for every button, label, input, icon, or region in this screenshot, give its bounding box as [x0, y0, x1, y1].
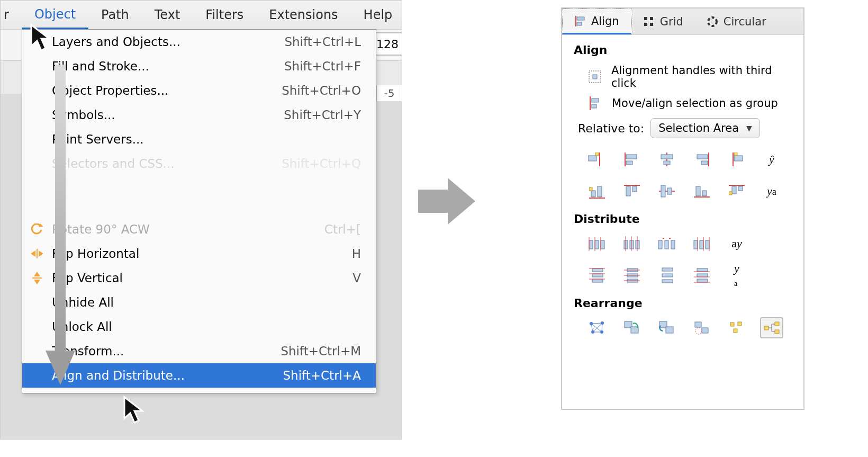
align-right-button[interactable]: [690, 149, 713, 170]
distribute-left-button[interactable]: [585, 233, 609, 254]
svg-rect-96: [697, 279, 708, 282]
svg-rect-73: [694, 240, 698, 249]
left-screenshot: r Object Path Text Filters Extensions He…: [0, 0, 402, 440]
text-anchor-y-button[interactable]: ŷ: [760, 149, 783, 170]
rotate-acw-icon: [22, 223, 52, 235]
svg-rect-111: [730, 322, 734, 326]
tab-align[interactable]: Align: [562, 8, 631, 34]
menu-item-rotate-acw[interactable]: Rotate 90° ACW Ctrl+[: [22, 217, 376, 241]
rearrange-unclump-button[interactable]: [725, 317, 748, 338]
menu-item-align-distribute[interactable]: Align and Distribute... Shift+Ctrl+A: [22, 363, 376, 388]
svg-rect-112: [738, 322, 742, 326]
menu-item-unlock-all[interactable]: Unlock All: [22, 315, 376, 339]
svg-rect-17: [650, 17, 653, 20]
distribute-hgap-button[interactable]: [655, 233, 679, 254]
menubar-item-text[interactable]: Text: [142, 1, 193, 29]
menu-item-object-properties[interactable]: Object Properties... Shift+Ctrl+O: [22, 78, 376, 103]
handles-icon: [587, 69, 602, 84]
text-anchor-ya-button[interactable]: ya: [760, 181, 783, 202]
tab-circular[interactable]: Circular: [695, 8, 778, 34]
svg-rect-43: [589, 187, 592, 191]
option-alignment-handles[interactable]: Alignment handles with third click: [572, 61, 794, 93]
text-distribute-ay-button[interactable]: ay: [725, 233, 748, 254]
distribute-row-1: ay: [572, 230, 794, 262]
svg-rect-95: [697, 274, 708, 277]
rearrange-graph-button[interactable]: [585, 317, 609, 338]
text-distribute-ya-button[interactable]: ya: [725, 265, 748, 286]
ruler-marker: -5: [376, 85, 402, 101]
rearrange-swap-pos-button[interactable]: [655, 317, 679, 338]
rearrange-row: [572, 314, 794, 346]
svg-rect-24: [592, 98, 599, 102]
svg-marker-10: [124, 397, 142, 423]
svg-rect-107: [666, 327, 673, 333]
relative-to-combo[interactable]: Selection Area ▼: [650, 118, 760, 138]
align-hcenter-button[interactable]: [655, 149, 679, 170]
option-label: Move/align selection as group: [612, 97, 778, 110]
rearrange-tree-button[interactable]: [760, 317, 783, 338]
svg-rect-18: [644, 23, 647, 26]
svg-marker-5: [34, 280, 40, 284]
svg-rect-41: [591, 191, 595, 197]
menubar-item-filters[interactable]: Filters: [193, 1, 256, 29]
svg-rect-81: [592, 279, 603, 282]
tab-grid[interactable]: Grid: [631, 8, 695, 34]
tab-label: Circular: [724, 15, 766, 28]
menu-item-flip-vertical[interactable]: Flip Vertical V: [22, 266, 376, 290]
svg-rect-75: [706, 240, 709, 249]
rearrange-swap-z-button[interactable]: [620, 317, 644, 338]
relative-to-label: Relative to:: [578, 122, 644, 135]
svg-rect-11: [418, 190, 448, 213]
svg-rect-39: [734, 156, 743, 161]
chevron-down-icon: ▼: [746, 124, 752, 132]
align-top-out-button[interactable]: [725, 181, 748, 202]
distribute-top-button[interactable]: [585, 265, 609, 286]
menu-item-fill-stroke[interactable]: Fill and Stroke... Shift+Ctrl+F: [22, 54, 376, 78]
option-move-as-group[interactable]: Move/align selection as group: [572, 93, 794, 114]
toolbar-number-field[interactable]: 128: [373, 32, 402, 56]
align-icon-row-1: ŷ: [572, 146, 794, 177]
menu-item-flip-horizontal[interactable]: Flip Horizontal H: [22, 241, 376, 266]
distribute-hcenter-button[interactable]: [620, 233, 644, 254]
menu-item-layers-objects[interactable]: Layers and Objects... Shift+Ctrl+L: [22, 30, 376, 54]
section-title-align: Align: [574, 43, 794, 57]
svg-rect-19: [650, 23, 653, 26]
menu-item-selectors-css[interactable]: Selectors and CSS... Shift+Ctrl+Q: [22, 151, 376, 176]
svg-rect-113: [734, 329, 737, 333]
align-dialog: Align Grid Circular Align: [561, 7, 804, 410]
svg-rect-30: [626, 155, 637, 159]
align-icon-row-2: ya: [572, 177, 794, 209]
distribute-vcenter-button[interactable]: [620, 265, 644, 286]
distribute-right-button[interactable]: [690, 233, 713, 254]
svg-rect-72: [671, 240, 675, 249]
align-bottom-out-button[interactable]: [585, 181, 609, 202]
align-bottom-button[interactable]: [690, 181, 713, 202]
menubar-item-path[interactable]: Path: [88, 1, 142, 29]
align-right-out-button[interactable]: [725, 149, 748, 170]
align-vcenter-button[interactable]: [655, 181, 679, 202]
circular-tab-icon: [707, 16, 718, 28]
dialog-tabbar: Align Grid Circular: [562, 8, 803, 35]
section-title-distribute: Distribute: [574, 212, 794, 226]
svg-rect-109: [702, 328, 708, 333]
align-left-out-button[interactable]: [585, 149, 609, 170]
menubar-item-help[interactable]: Help: [351, 1, 405, 29]
svg-rect-16: [644, 17, 647, 20]
align-left-button[interactable]: [620, 149, 644, 170]
menu-item-transform[interactable]: Transform... Shift+Ctrl+M: [22, 339, 376, 363]
menubar-item-truncated[interactable]: r: [1, 1, 22, 29]
svg-rect-47: [632, 186, 637, 192]
distribute-bottom-button[interactable]: [690, 265, 713, 286]
rearrange-randomize-button[interactable]: [690, 317, 713, 338]
distribute-vgap-button[interactable]: [655, 265, 679, 286]
svg-marker-4: [34, 272, 40, 276]
align-top-button[interactable]: [620, 181, 644, 202]
svg-rect-114: [764, 326, 768, 330]
menu-item-paint-servers[interactable]: Paint Servers...: [22, 127, 376, 151]
menu-item-symbols[interactable]: Symbols... Shift+Ctrl+Y: [22, 103, 376, 127]
svg-rect-14: [577, 17, 584, 20]
svg-rect-53: [702, 191, 707, 196]
menu-item-unhide-all[interactable]: Unhide All: [22, 290, 376, 315]
menubar-item-extensions[interactable]: Extensions: [256, 1, 350, 29]
svg-rect-37: [701, 161, 708, 165]
